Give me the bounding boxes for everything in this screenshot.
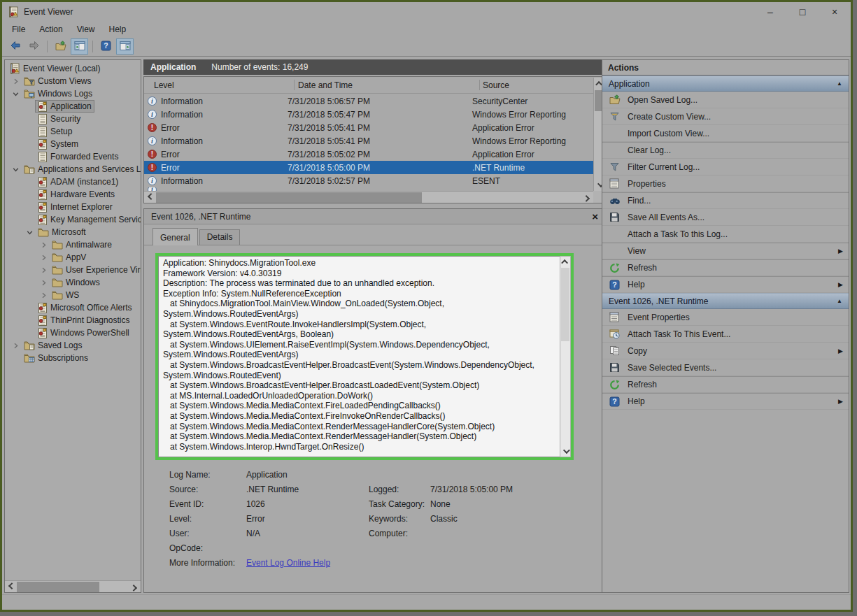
toolbar-help-button[interactable]: ?: [97, 38, 115, 55]
action-attach-task-to-this-event[interactable]: Attach Task To This Event...: [602, 326, 849, 343]
tree-item-appv[interactable]: AppV: [5, 251, 141, 264]
tree-item-windows-powershell[interactable]: Windows PowerShell: [5, 327, 141, 339]
icon-spacer: [609, 245, 623, 257]
tab-general[interactable]: General: [153, 228, 198, 245]
event-row[interactable]: iInformation7/31/2018 5:06:57 PMSecurity…: [144, 94, 593, 108]
action-clear-log[interactable]: Clear Log...: [602, 142, 849, 159]
event-row-selected[interactable]: !Error7/31/2018 5:05:00 PM.NET Runtime: [144, 161, 593, 174]
action-refresh[interactable]: Refresh: [602, 376, 849, 393]
minimize-button[interactable]: –: [754, 2, 786, 22]
toolbar-open-folder-button[interactable]: [52, 38, 69, 55]
event-row[interactable]: !Error7/31/2018 5:05:41 PMApplication Er…: [144, 121, 593, 134]
menu-file[interactable]: File: [5, 22, 32, 36]
toolbar-back-arrow-button[interactable]: [6, 38, 24, 55]
chevron-right-icon[interactable]: [38, 254, 49, 262]
scroll-down-button[interactable]: [560, 446, 570, 457]
menu-help[interactable]: Help: [102, 22, 134, 36]
tree-item-hardware-events[interactable]: Hardware Events: [5, 188, 141, 201]
event-list-horizontal-scrollbar[interactable]: [144, 191, 593, 203]
event-row[interactable]: iInformation7/31/2018 5:02:57 PMESENT: [144, 174, 593, 187]
event-log-online-help-link[interactable]: Event Log Online Help: [246, 558, 330, 568]
scrollbar-thumb[interactable]: [156, 192, 422, 203]
tree-item-setup[interactable]: Setup: [5, 125, 141, 138]
action-find[interactable]: Find...: [602, 192, 849, 209]
column-separator[interactable]: [479, 80, 480, 90]
tree-item-adam-instance1[interactable]: ADAM (instance1): [5, 176, 141, 188]
tree-item-custom-views[interactable]: Custom Views: [5, 75, 141, 87]
chevron-down-icon[interactable]: [24, 229, 35, 236]
action-open-saved-log[interactable]: Open Saved Log...: [602, 92, 849, 108]
menu-action[interactable]: Action: [32, 22, 69, 36]
chevron-right-icon[interactable]: [38, 279, 49, 287]
tree-item-subscriptions[interactable]: Subscriptions: [5, 352, 141, 364]
chevron-down-icon[interactable]: [10, 166, 21, 173]
tree-item-key-management-service[interactable]: Key Management Service: [5, 213, 141, 226]
column-separator[interactable]: [294, 80, 295, 90]
tree-item-internet-explorer[interactable]: Internet Explorer: [5, 201, 141, 213]
maximize-button[interactable]: □: [786, 2, 819, 22]
tree-item-windows[interactable]: Windows: [5, 276, 141, 289]
action-import-custom-view[interactable]: Import Custom View...: [602, 125, 849, 142]
description-vertical-scrollbar[interactable]: [560, 256, 571, 457]
tree-item-security[interactable]: Security: [5, 113, 141, 125]
toolbar-console-tree-button[interactable]: [71, 38, 88, 55]
scroll-up-button[interactable]: [560, 257, 570, 267]
scroll-left-button[interactable]: [5, 581, 17, 593]
tree-item-ws[interactable]: WS: [5, 289, 141, 301]
tree-item-application[interactable]: Application: [5, 100, 141, 113]
action-refresh[interactable]: Refresh: [602, 259, 849, 276]
tree-item-saved-logs[interactable]: Saved Logs: [5, 339, 141, 352]
collapse-icon[interactable]: ▲: [837, 298, 842, 304]
action-save-all-events-as[interactable]: Save All Events As...: [602, 209, 849, 226]
event-row[interactable]: iInformation7/31/2018 5:05:41 PMWindows …: [144, 134, 593, 148]
actions-section-header-event-1026-net-runtime[interactable]: Event 1026, .NET Runtime▲: [602, 293, 849, 309]
close-button[interactable]: ×: [819, 2, 851, 22]
action-copy[interactable]: Copy▶: [602, 343, 849, 359]
tree-item-forwarded-events[interactable]: Forwarded Events: [5, 150, 141, 163]
chevron-right-icon[interactable]: [38, 241, 49, 249]
column-header-level[interactable]: Level: [154, 77, 174, 94]
tree-item-windows-logs[interactable]: Windows Logs: [5, 87, 141, 100]
action-filter-current-log[interactable]: Filter Current Log...: [602, 159, 849, 176]
tree-item-applications-and-services-lo[interactable]: Applications and Services Lo: [5, 163, 141, 176]
chevron-down-icon[interactable]: [10, 90, 21, 98]
tree-item-event-viewer-local[interactable]: Event Viewer (Local): [5, 62, 141, 75]
action-properties[interactable]: Properties: [602, 176, 849, 192]
tree-item-microsoft-office-alerts[interactable]: Microsoft Office Alerts: [5, 301, 141, 314]
tree-item-antimalware[interactable]: Antimalware: [5, 238, 141, 251]
actions-section-header-application[interactable]: Application▲: [602, 76, 849, 92]
tree-item-system[interactable]: System: [5, 138, 141, 150]
toolbar-forward-arrow-button[interactable]: [25, 38, 43, 55]
chevron-right-icon[interactable]: [10, 342, 21, 350]
action-view[interactable]: View▶: [602, 243, 849, 259]
action-event-properties[interactable]: Event Properties: [602, 309, 849, 326]
chevron-right-icon[interactable]: [38, 292, 49, 299]
column-header-source[interactable]: Source: [483, 77, 509, 94]
tree-item-microsoft[interactable]: Microsoft: [5, 226, 141, 238]
tab-details[interactable]: Details: [199, 229, 241, 245]
toolbar-action-pane-button[interactable]: [116, 38, 134, 55]
action-help[interactable]: ?Help▶: [602, 276, 849, 293]
chevron-right-icon[interactable]: [10, 78, 21, 85]
scroll-right-button[interactable]: [581, 192, 593, 203]
collapse-icon[interactable]: ▲: [837, 80, 842, 87]
menu-view[interactable]: View: [70, 22, 102, 36]
action-save-selected-events[interactable]: Save Selected Events...: [602, 359, 849, 376]
action-help[interactable]: ?Help▶: [602, 393, 849, 410]
event-row[interactable]: iInformation7/31/2018 5:05:47 PMWindows …: [144, 108, 593, 121]
scrollbar-thumb[interactable]: [561, 268, 569, 341]
event-row[interactable]: !Error7/31/2018 5:05:02 PMApplication Er…: [144, 148, 593, 161]
chevron-right-icon[interactable]: [38, 266, 49, 274]
tree-horizontal-scrollbar[interactable]: [5, 580, 141, 592]
scroll-right-button[interactable]: [129, 581, 141, 593]
scrollbar-thumb[interactable]: [17, 582, 99, 592]
tree-item-thinprint-diagnostics[interactable]: ThinPrint Diagnostics: [5, 314, 141, 327]
column-header-date-and-time[interactable]: Date and Time: [298, 77, 353, 94]
icon-spacer: [609, 145, 623, 156]
scroll-left-button[interactable]: [144, 192, 156, 203]
close-icon[interactable]: ×: [592, 210, 598, 222]
section-header-label: Event 1026, .NET Runtime: [609, 296, 709, 306]
tree-item-user-experience-virtua[interactable]: User Experience Virtua: [5, 264, 141, 276]
action-create-custom-view[interactable]: Create Custom View...: [602, 108, 849, 125]
action-attach-a-task-to-this-log[interactable]: Attach a Task To this Log...: [602, 226, 849, 243]
